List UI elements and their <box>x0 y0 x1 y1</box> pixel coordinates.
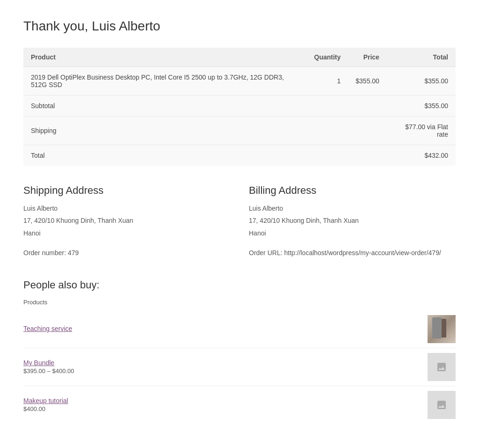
shipping-row: Shipping $77.00 via Flat rate <box>23 117 456 145</box>
product-info: Teaching service <box>23 325 420 333</box>
list-item: Teaching service <box>23 310 456 348</box>
shipping-city: Hanoi <box>23 228 230 238</box>
product-info: Makeup tutorial $400.00 <box>23 397 420 412</box>
col-quantity: Quantity <box>307 48 348 67</box>
shipping-label: Shipping <box>23 117 307 145</box>
product-quantity: 1 <box>307 67 348 95</box>
teaching-service-thumbnail <box>428 315 456 343</box>
shipping-address-block: Shipping Address Luis Alberto 17, 420/10… <box>23 184 230 260</box>
subtotal-label: Subtotal <box>23 95 307 117</box>
shipping-name: Luis Alberto <box>23 203 230 213</box>
product-price: $355.00 <box>348 67 387 95</box>
placeholder-icon <box>436 361 447 373</box>
subtotal-value: $355.00 <box>387 95 456 117</box>
total-row: Total $432.00 <box>23 145 456 166</box>
col-total: Total <box>387 48 456 67</box>
list-item: Makeup tutorial $400.00 <box>23 386 456 424</box>
shipping-address-heading: Shipping Address <box>23 184 230 197</box>
address-section: Shipping Address Luis Alberto 17, 420/10… <box>23 184 456 260</box>
billing-street: 17, 420/10 Khuong Dinh, Thanh Xuan <box>249 215 456 226</box>
also-buy-label: Products <box>23 299 456 306</box>
list-item: My Bundle $395.00 – $400.00 <box>23 348 456 386</box>
product-name: 2019 Dell OptiPlex Business Desktop PC, … <box>23 67 307 95</box>
total-value: $432.00 <box>387 145 456 166</box>
product-info: My Bundle $395.00 – $400.00 <box>23 359 420 375</box>
makeup-tutorial-price: $400.00 <box>23 405 420 412</box>
my-bundle-link[interactable]: My Bundle <box>23 359 420 367</box>
order-number: Order number: 479 <box>23 248 230 258</box>
table-row: 2019 Dell OptiPlex Business Desktop PC, … <box>23 67 456 95</box>
also-buy-heading: People also buy: <box>23 279 456 291</box>
billing-name: Luis Alberto <box>249 203 456 213</box>
my-bundle-price: $395.00 – $400.00 <box>23 367 420 375</box>
shipping-street: 17, 420/10 Khuong Dinh, Thanh Xuan <box>23 215 230 226</box>
also-buy-section: People also buy: Products Teaching servi… <box>23 279 456 424</box>
subtotal-row: Subtotal $355.00 <box>23 95 456 117</box>
shipping-value: $77.00 via Flat rate <box>387 117 456 145</box>
page-title: Thank you, Luis Alberto <box>23 19 456 34</box>
order-url: Order URL: http://localhost/wordpress/my… <box>249 248 456 258</box>
total-label: Total <box>23 145 307 166</box>
billing-city: Hanoi <box>249 228 456 238</box>
my-bundle-thumbnail <box>428 353 456 381</box>
billing-address-heading: Billing Address <box>249 184 456 197</box>
billing-address-block: Billing Address Luis Alberto 17, 420/10 … <box>249 184 456 260</box>
col-price: Price <box>348 48 387 67</box>
makeup-tutorial-thumbnail <box>428 391 456 419</box>
teaching-service-link[interactable]: Teaching service <box>23 325 420 332</box>
product-total: $355.00 <box>387 67 456 95</box>
placeholder-icon <box>436 399 447 411</box>
order-table: Product Quantity Price Total 2019 Dell O… <box>23 48 456 166</box>
makeup-tutorial-link[interactable]: Makeup tutorial <box>23 397 420 404</box>
col-product: Product <box>23 48 307 67</box>
